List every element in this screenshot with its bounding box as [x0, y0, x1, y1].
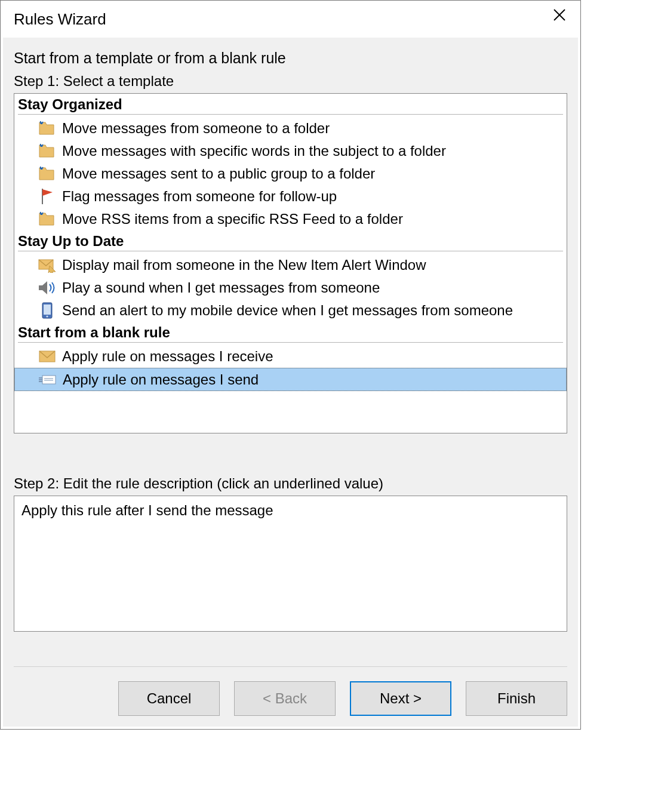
template-item-label: Apply rule on messages I receive: [62, 348, 273, 365]
step1-label: Step 1: Select a template: [14, 73, 567, 90]
template-item-label: Send an alert to my mobile device when I…: [62, 302, 513, 319]
section-header: Start from a blank rule: [18, 324, 563, 343]
template-item[interactable]: Apply rule on messages I send: [14, 368, 567, 391]
flag-icon: [35, 187, 60, 205]
next-button[interactable]: Next >: [350, 681, 451, 716]
section-header: Stay Up to Date: [18, 233, 563, 251]
template-item[interactable]: Send an alert to my mobile device when I…: [18, 299, 563, 322]
template-item[interactable]: Move messages sent to a public group to …: [18, 162, 563, 185]
close-button[interactable]: [539, 1, 580, 29]
template-item-label: Move RSS items from a specific RSS Feed …: [62, 211, 403, 227]
separator: [14, 666, 567, 667]
dialog-client-area: Start from a template or from a blank ru…: [3, 38, 578, 727]
template-item-label: Display mail from someone in the New Ite…: [62, 257, 426, 273]
template-item[interactable]: Flag messages from someone for follow-up: [18, 185, 563, 208]
template-item[interactable]: Move messages with specific words in the…: [18, 140, 563, 162]
section-header: Stay Organized: [18, 96, 563, 115]
template-item[interactable]: Move messages from someone to a folder: [18, 117, 563, 140]
template-item[interactable]: Display mail from someone in the New Ite…: [18, 254, 563, 276]
svg-rect-5: [44, 304, 51, 315]
step2-label: Step 2: Edit the rule description (click…: [14, 475, 567, 492]
template-item-label: Move messages from someone to a folder: [62, 120, 330, 137]
template-item[interactable]: Move RSS items from a specific RSS Feed …: [18, 208, 563, 230]
template-item[interactable]: Play a sound when I get messages from so…: [18, 276, 563, 299]
envelope-icon: [35, 350, 60, 363]
folder-move-icon: [35, 211, 60, 227]
mobile-icon: [35, 302, 60, 319]
title-bar: Rules Wizard: [1, 1, 580, 38]
template-item-label: Play a sound when I get messages from so…: [62, 279, 380, 296]
folder-move-icon: [35, 143, 60, 159]
alert-mail-icon: [35, 257, 60, 273]
svg-point-6: [46, 315, 48, 317]
template-item-label: Flag messages from someone for follow-up: [62, 188, 337, 205]
template-listbox[interactable]: Stay Organized Move messages from someon…: [14, 93, 567, 433]
cancel-button[interactable]: Cancel: [118, 681, 220, 716]
template-item-label: Move messages sent to a public group to …: [62, 165, 375, 182]
template-item-label: Move messages with specific words in the…: [62, 143, 446, 159]
close-icon: [553, 8, 566, 21]
folder-move-icon: [35, 120, 60, 137]
svg-rect-8: [42, 376, 56, 384]
sound-icon: [35, 279, 60, 296]
window-title: Rules Wizard: [14, 10, 106, 29]
finish-button[interactable]: Finish: [466, 681, 567, 716]
template-item[interactable]: Apply rule on messages I receive: [18, 345, 563, 368]
rule-description-box[interactable]: Apply this rule after I send the message: [14, 496, 567, 632]
envelope-send-icon: [35, 373, 60, 386]
template-item-label: Apply rule on messages I send: [63, 371, 259, 388]
intro-text: Start from a template or from a blank ru…: [14, 50, 567, 67]
wizard-buttons: Cancel < Back Next > Finish: [14, 681, 567, 716]
back-button: < Back: [234, 681, 336, 716]
folder-move-icon: [35, 165, 60, 182]
rule-description-text: Apply this rule after I send the message: [21, 502, 273, 518]
